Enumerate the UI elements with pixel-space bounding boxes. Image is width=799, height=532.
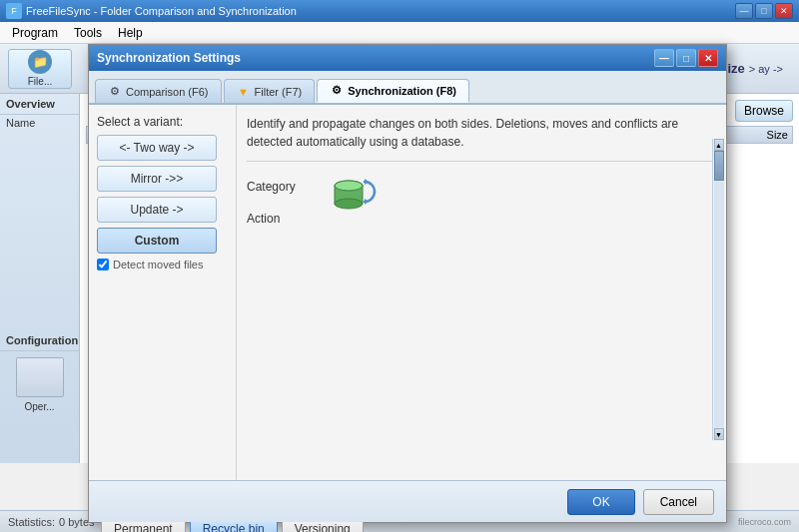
sidebar-name: Name [0, 115, 79, 131]
sync-icon-area-graphic [327, 174, 377, 224]
select-variant-label: Select a variant: [97, 115, 228, 129]
app-icon: F [6, 3, 22, 19]
tab-filter-label: Filter (F7) [255, 86, 303, 98]
tab-synchronization-label: Synchronization (F8) [348, 85, 456, 97]
ok-button[interactable]: OK [567, 489, 634, 515]
detect-moved-area: Detect moved files [97, 259, 228, 270]
file-icon: 📁 [28, 50, 52, 74]
svg-marker-4 [365, 179, 369, 185]
dialog-close-button[interactable]: ✕ [698, 49, 718, 67]
scroll-up-button[interactable]: ▲ [714, 139, 724, 151]
app-close-button[interactable]: ✕ [775, 3, 793, 19]
browse-button[interactable]: Browse [735, 100, 793, 122]
dialog-titlebar: Synchronization Settings — □ ✕ [89, 45, 726, 71]
tab-bar: ⚙ Comparison (F6) ▼ Filter (F7) ⚙ Synchr… [89, 71, 726, 105]
dialog-titlebar-buttons: — □ ✕ [654, 49, 718, 67]
db-sync-svg [327, 174, 377, 224]
sync-tab-icon: ⚙ [330, 84, 344, 98]
dialog-left-panel: Select a variant: <- Two way -> Mirror -… [89, 105, 237, 482]
scroll-thumb[interactable] [714, 151, 724, 181]
tab-comparison[interactable]: ⚙ Comparison (F6) [95, 79, 222, 103]
menu-help[interactable]: Help [110, 24, 151, 42]
detect-moved-label: Detect moved files [113, 259, 203, 270]
filter-tab-icon: ▼ [237, 85, 251, 99]
svg-marker-5 [365, 199, 369, 205]
toolbar-file-label: File... [28, 76, 52, 87]
app-maximize-button[interactable]: □ [755, 3, 773, 19]
col-size-header: Size [767, 129, 788, 141]
menu-program[interactable]: Program [4, 24, 66, 42]
config-icon [16, 357, 64, 397]
app-minimize-button[interactable]: — [735, 3, 753, 19]
synchronization-settings-dialog: Synchronization Settings — □ ✕ ⚙ Compari… [88, 44, 727, 523]
update-button[interactable]: Update -> [97, 197, 217, 223]
sidebar-configuration: Configuration [0, 330, 79, 351]
two-way-button[interactable]: <- Two way -> [97, 135, 217, 161]
dialog-minimize-button[interactable]: — [654, 49, 674, 67]
description-text: Identify and propagate changes on both s… [247, 115, 716, 162]
app-title: FreeFileSync - Folder Comparison and Syn… [26, 5, 735, 17]
app-sidebar: Overview Name Configuration Oper... [0, 94, 80, 463]
sync-icon-area: Category Action [247, 174, 716, 226]
mirror-button[interactable]: Mirror ->> [97, 166, 217, 192]
app-titlebar-buttons: — □ ✕ [735, 3, 793, 19]
dialog-footer: OK Cancel [89, 480, 726, 522]
sidebar-overview: Overview [0, 94, 79, 115]
toolbar-file-button[interactable]: 📁 File... [8, 49, 72, 89]
tab-comparison-label: Comparison (F6) [126, 86, 209, 98]
tab-synchronization[interactable]: ⚙ Synchronization (F8) [317, 79, 469, 103]
scroll-indicator: ▲ ▼ [712, 139, 724, 440]
config-open-label: Oper... [24, 401, 54, 412]
svg-point-2 [335, 199, 363, 209]
app-titlebar: F FreeFileSync - Folder Comparison and S… [0, 0, 799, 22]
sync-labels: Category Action [247, 174, 307, 226]
detect-moved-checkbox[interactable] [97, 259, 109, 270]
statistics-label: Statistics: [8, 516, 55, 528]
action-label: Action [247, 206, 307, 226]
menu-tools[interactable]: Tools [66, 24, 110, 42]
dialog-right-panel: Identify and propagate changes on both s… [237, 105, 726, 482]
tab-filter[interactable]: ▼ Filter (F7) [224, 79, 316, 103]
dialog-maximize-button[interactable]: □ [676, 49, 696, 67]
toolbar-arrow-label: > ay -> [749, 63, 783, 75]
scroll-track [714, 151, 724, 428]
svg-point-3 [335, 181, 363, 191]
watermark-label: filecroco.com [738, 517, 791, 527]
comparison-tab-icon: ⚙ [108, 85, 122, 99]
cancel-button[interactable]: Cancel [643, 489, 714, 515]
scroll-down-button[interactable]: ▼ [714, 428, 724, 440]
custom-button[interactable]: Custom [97, 228, 217, 254]
app-menubar: Program Tools Help [0, 22, 799, 44]
category-label: Category [247, 174, 307, 194]
dialog-body: Select a variant: <- Two way -> Mirror -… [89, 105, 726, 482]
dialog-title: Synchronization Settings [97, 51, 654, 65]
